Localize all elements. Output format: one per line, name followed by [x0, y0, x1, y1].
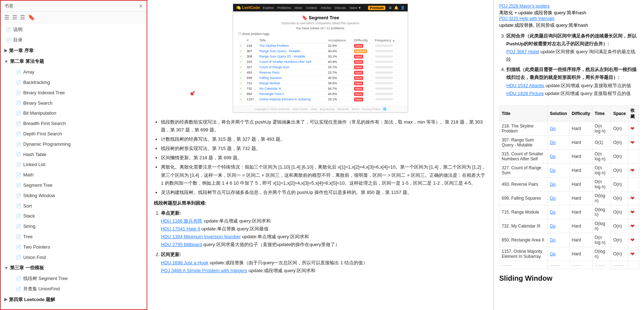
solution-cell[interactable]: Go	[547, 205, 569, 219]
sidebar-item-two-pointers[interactable]: 📄 Two Pointers	[1, 242, 147, 252]
solution-cell[interactable]: Go	[547, 149, 569, 163]
sidebar-item-stack[interactable]: 📄 Stack	[1, 211, 147, 221]
section-label: 第一章 序章	[9, 47, 34, 55]
nav-problems[interactable]: Problems	[277, 6, 291, 10]
type-range-update: 区间更新: HDU 1698 Just a Hook update:成段替换（由…	[161, 251, 487, 274]
sidebar-item-linked-list[interactable]: 📄 Linked List	[1, 160, 147, 170]
sidebar-item-hash-table[interactable]: 📄 Hash Table	[1, 150, 147, 160]
premium-button[interactable]: Premium	[368, 6, 385, 10]
sidebar-section-ch4[interactable]: ▶ 第四章 Leetcode 题解	[1, 294, 147, 305]
lc-table-row: ✓ 850 Rectangle Area II 45.8% Hard	[238, 91, 403, 97]
sidebar-item-union-find[interactable]: 📄 Union Find	[1, 252, 147, 263]
solution-cell[interactable]: Go	[547, 177, 569, 191]
sidebar-item-sliding-window[interactable]: 📄 Sliding Window	[1, 191, 147, 201]
title-cell[interactable]: Count of Smaller Numbers After Self	[258, 59, 326, 65]
title-cell[interactable]: My Calendar III	[258, 86, 326, 91]
sidebar-item-unionfind-template[interactable]: 📄 并查集 UnionFind	[1, 284, 147, 294]
nav-store[interactable]: Store ▼	[349, 6, 361, 10]
difficulty-cell: Hard	[353, 97, 373, 102]
sidebar-item-string[interactable]: 📄 String	[1, 221, 147, 232]
page-icon: 📄	[6, 26, 11, 33]
title-cell[interactable]: Range Sum Query 2D - Mutable	[258, 54, 326, 59]
sidebar-item-tree[interactable]: 📄 Tree	[1, 232, 147, 242]
sidebar-item-bit-manipulation[interactable]: 📄 Bit Manipulation	[1, 108, 147, 119]
check-cell: ✓	[238, 97, 245, 102]
dash-cell: --------	[593, 261, 611, 269]
footer-bug[interactable]: Bug Bounty	[320, 108, 334, 111]
link-hdu1166[interactable]: HDU 1166 敌兵布阵	[161, 218, 202, 224]
footer-privacy[interactable]: Privacy Policy	[362, 108, 380, 111]
sidebar-item-label: Bit Manipulation	[23, 110, 56, 117]
sidebar-item-dp[interactable]: 📄 Dynamic Programming	[1, 139, 147, 150]
solution-cell[interactable]: Go	[547, 163, 569, 177]
nav-contest[interactable]: Contest	[306, 6, 317, 10]
sidebar-section-ch3[interactable]: ▼ 第三章 一些模板	[1, 262, 147, 274]
link-hdu1698[interactable]: HDU 1698 Just a Hook	[161, 260, 208, 265]
nav-mock[interactable]: Mock	[295, 6, 303, 10]
frequency-cell	[374, 54, 403, 59]
sidebar-section-ch1[interactable]: ▶ 第一章 序章	[1, 45, 147, 56]
page-icon: 📄	[16, 110, 21, 117]
lc-progress: You have solved 10 / 11 problems.	[238, 26, 403, 30]
nav-articles[interactable]: Articles	[320, 6, 331, 10]
solution-cell[interactable]: Go	[547, 191, 569, 205]
footer-students[interactable]: Students	[338, 108, 349, 111]
title-cell[interactable]: Online Majority Element In Subarray	[258, 97, 326, 102]
close-icon[interactable]: ✕	[139, 3, 143, 9]
link-hdu1828[interactable]: HDU 1828 Picture	[506, 91, 544, 96]
toolbar-icon-3[interactable]: ☰	[20, 14, 25, 21]
toolbar-icon-bookmark[interactable]: 🔖	[28, 14, 35, 21]
difficulty-cell: Hard	[353, 70, 373, 75]
title-cell[interactable]: Range Module	[258, 81, 326, 86]
sidebar-item-backtracking[interactable]: 📄 Backtracking	[1, 78, 147, 88]
solution-cell[interactable]: Go	[547, 219, 569, 233]
sidebar-item-label: Breadth First Search	[23, 120, 66, 128]
nav-discuss[interactable]: Discuss	[335, 6, 346, 10]
title-cell[interactable]: The Skyline Problem	[258, 43, 326, 49]
lc-show-tags[interactable]: ☐ Show problem tags	[238, 32, 403, 36]
link-hdu2795[interactable]: HDU 2795 Billboard	[161, 242, 202, 247]
footer-help[interactable]: Help Center	[293, 108, 308, 111]
link-poj3225[interactable]: POJ 3225 Help with Intervals	[499, 16, 639, 21]
sidebar-item-binary-indexed-tree[interactable]: 📄 Binary Indexed Tree	[1, 88, 147, 98]
sidebar-item-binary-search[interactable]: 📄 Binary Search	[1, 98, 147, 109]
link-poj2528[interactable]: POJ 2528 Mayor's posters	[499, 4, 639, 9]
right-panel: POJ 2528 Mayor's posters 离散化 + update:成段…	[494, 0, 644, 310]
link-hdu1542[interactable]: HDU 1542 Atlantis	[506, 83, 544, 88]
footer-jobs[interactable]: Jobs	[311, 108, 317, 111]
frequency-cell	[374, 70, 403, 75]
link-poj3667[interactable]: POJ 3667 Hotel	[506, 49, 539, 54]
check-cell: ✓	[238, 81, 245, 86]
difficulty-cell: Hard	[353, 91, 373, 97]
title-cell: 850. Rectangle Area II	[500, 233, 548, 247]
solution-cell[interactable]: Go	[547, 247, 569, 261]
title-cell[interactable]: Reverse Pairs	[258, 70, 326, 75]
difficulty-cell: Hard	[569, 135, 592, 149]
link-poj3468[interactable]: POJ 3468 A Simple Problem with Integers	[161, 268, 247, 273]
title-cell[interactable]: Falling Squares	[258, 75, 326, 81]
sidebar-section-ch2[interactable]: ▼ 第二章 算法专题	[1, 56, 147, 67]
sidebar-item-array[interactable]: 📄 Array	[1, 67, 147, 78]
sidebar-item-mulu[interactable]: 📄 目录	[1, 35, 147, 45]
sidebar-item-dfs[interactable]: 📄 Depth First Search	[1, 129, 147, 139]
solution-cell[interactable]: Go	[547, 233, 569, 247]
sidebar-item-math[interactable]: 📄 Math	[1, 170, 147, 180]
solution-cell[interactable]: Go	[547, 135, 569, 149]
title-cell[interactable]: Count of Range Sum	[258, 65, 326, 70]
sidebar-item-segment-tree-template[interactable]: 📄 线段树 Segment Tree	[1, 274, 147, 284]
footer-terms[interactable]: Terms	[352, 108, 359, 111]
sidebar-item-shuoming[interactable]: 📄 说明	[1, 25, 147, 35]
toolbar-icon-1[interactable]: ☰	[4, 14, 9, 21]
link-hdu17541[interactable]: HDU 17541 Hate It	[161, 226, 200, 231]
nav-explore[interactable]: Explore	[263, 6, 274, 10]
title-cell: 1157. Online Majority Element In Subarra…	[500, 247, 548, 261]
sidebar-item-sort[interactable]: 📄 Sort	[1, 201, 147, 211]
sidebar-item-bfs[interactable]: 📄 Breadth First Search	[1, 119, 147, 129]
footer-globe-icon: 🌐	[383, 108, 387, 111]
link-hdu1394[interactable]: HDU 1394 Minimum Inversion Number	[161, 234, 241, 239]
title-cell[interactable]: Rectangle Area II	[258, 91, 326, 97]
title-cell[interactable]: Range Sum Query - Mutable	[258, 49, 326, 54]
toolbar-icon-2[interactable]: ☰	[12, 14, 17, 21]
solution-cell[interactable]: Go	[547, 121, 569, 135]
sidebar-item-segment-tree[interactable]: 📄 Segment Tree	[1, 180, 147, 191]
